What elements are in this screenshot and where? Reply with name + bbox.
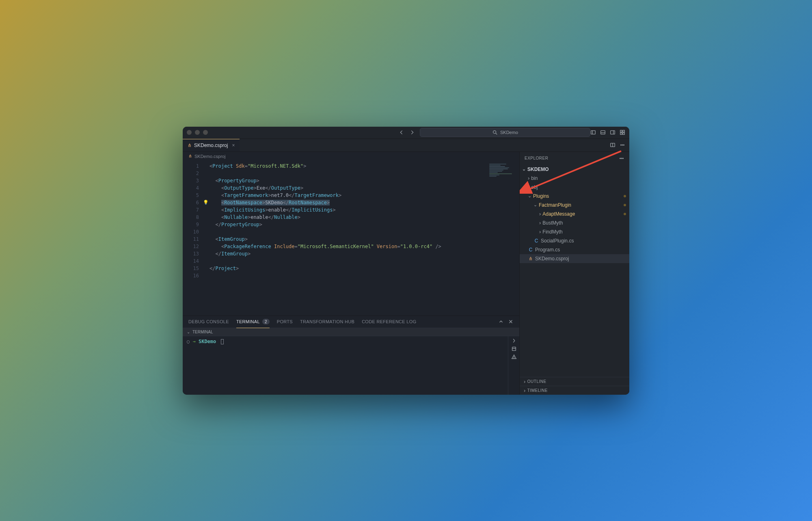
explorer-more-icon[interactable] [619,156,624,161]
command-center[interactable]: SKDemo [420,128,590,137]
tree-folder-adaptmessage[interactable]: AdaptMessage [520,210,629,218]
code-content[interactable]: <Project Sdk="Microsoft.NET.Sdk"> <Prope… [209,161,519,316]
root-label: SKDEMO [527,166,549,172]
window-controls [187,130,208,135]
timeline-section[interactable]: TIMELINE [520,386,629,395]
terminal-text[interactable]: ○ → SKDemo [183,336,508,395]
panel-tab-ports[interactable]: PORTS [277,316,293,328]
terminal-warning-icon[interactable] [511,354,517,360]
panel-close-icon[interactable] [508,319,514,324]
panel-tab-transformation-hub[interactable]: TRANSFORMATION HUB [300,316,354,328]
layout-sidebar-right-icon[interactable] [610,130,615,135]
tree-file-program-cs[interactable]: CProgram.cs [520,245,629,254]
zoom-window-button[interactable] [203,130,208,135]
svg-point-22 [623,158,624,159]
chevron-right-icon [528,184,529,190]
svg-point-19 [514,358,514,358]
svg-point-15 [624,145,624,145]
svg-point-14 [622,145,623,145]
breadcrumb[interactable]: ⋔ SKDemo.csproj [183,152,519,161]
chevron-down-icon [533,202,537,208]
tree-item-label: FindMyth [542,229,562,235]
panel-maximize-icon[interactable] [498,319,504,324]
tree-folder-bin[interactable]: bin [520,174,629,183]
line-number-gutter: 12345678910111213141516 [183,161,202,316]
close-window-button[interactable] [187,130,192,135]
nav-forward-icon[interactable] [409,130,415,135]
tree-file-skdemo-csproj[interactable]: ⋔SKDemo.csproj [520,254,629,263]
modified-dot-icon [624,195,626,197]
nav-back-icon[interactable] [399,130,404,135]
search-icon [492,130,498,135]
modified-dot-icon [624,213,626,215]
tree-folder-bustmyth[interactable]: BustMyth [520,218,629,227]
editor-area[interactable]: 12345678910111213141516 💡 <Project Sdk="… [183,161,519,316]
svg-point-13 [621,145,622,145]
svg-point-20 [620,158,621,159]
panel-tab-terminal[interactable]: TERMINAL 2 [236,316,270,328]
tree-file-socialplugin-cs[interactable]: CSocialPlugin.cs [520,236,629,245]
minimap[interactable] [489,163,518,179]
close-tab-icon[interactable]: × [232,143,235,148]
tree-folder-obj[interactable]: obj [520,183,629,192]
panel-tab-label: TERMINAL [236,319,260,324]
svg-rect-16 [512,347,516,350]
file-tree: binobjPluginsFactmanPluginAdaptMessageBu… [520,174,629,377]
tree-item-label: obj [531,184,538,190]
lightbulb-icon[interactable]: 💡 [203,199,209,206]
rss-file-icon: ⋔ [528,256,533,262]
more-actions-icon[interactable] [620,142,625,148]
rss-file-icon: ⋔ [188,153,192,159]
editor-column: ⋔ SKDemo.csproj 12345678910111213141516 … [183,152,520,395]
outline-section[interactable]: OUTLINE [520,377,629,386]
vscode-window: SKDemo ⋔ SKDemo.csproj × ⋔ SKDemo.csproj [183,127,629,395]
minimize-window-button[interactable] [195,130,200,135]
tree-folder-plugins[interactable]: Plugins [520,192,629,201]
csharp-file-icon: C [533,238,539,244]
terminal-scroll-icon[interactable] [511,338,517,344]
nav-arrows [399,130,415,135]
explorer-sidebar: EXPLORER SKDEMO binobjPluginsFactmanPlug… [520,152,629,395]
csharp-file-icon: C [528,247,533,253]
editor-tabstrip: ⋔ SKDemo.csproj × [183,139,629,152]
glyph-margin: 💡 [202,161,209,316]
tree-folder-factmanplugin[interactable]: FactmanPlugin [520,201,629,210]
tree-item-label: AdaptMessage [542,211,575,217]
titlebar: SKDemo [183,127,629,139]
chevron-right-icon [524,378,526,385]
chevron-down-icon [522,166,526,172]
chevron-right-icon [524,387,526,393]
split-editor-icon[interactable] [610,142,615,148]
tree-item-label: SKDemo.csproj [535,256,569,262]
bottom-panel: DEBUG CONSOLE TERMINAL 2 PORTS TRANSFORM… [183,316,519,395]
panel-tabstrip: DEBUG CONSOLE TERMINAL 2 PORTS TRANSFORM… [183,316,519,328]
timeline-label: TIMELINE [527,388,548,393]
layout-panel-icon[interactable] [600,130,606,135]
terminal-group-header[interactable]: ⌄ TERMINAL [183,328,519,336]
svg-rect-8 [623,130,624,132]
svg-rect-1 [591,131,596,134]
search-placeholder: SKDemo [500,130,518,135]
breadcrumb-file: SKDemo.csproj [194,154,225,159]
chevron-down-icon: ⌄ [187,330,190,334]
layout-customize-icon[interactable] [620,130,625,135]
modified-dot-icon [624,204,626,206]
tab-label: SKDemo.csproj [194,143,228,148]
editor-tab-skdemo-csproj[interactable]: ⋔ SKDemo.csproj × [183,139,240,151]
svg-rect-5 [611,131,615,134]
chevron-right-icon [539,211,541,217]
svg-point-21 [621,158,622,159]
tree-folder-findmyth[interactable]: FindMyth [520,227,629,236]
explorer-title: EXPLORER [520,152,629,165]
terminal-count-badge: 2 [262,319,270,324]
explorer-title-label: EXPLORER [525,156,548,160]
rss-file-icon: ⋔ [188,143,192,148]
layout-sidebar-left-icon[interactable] [590,130,596,135]
terminal-body: ○ → SKDemo [183,336,519,395]
panel-tab-debug-console[interactable]: DEBUG CONSOLE [188,316,229,328]
terminal-group-label: TERMINAL [192,330,213,334]
explorer-root[interactable]: SKDEMO [520,165,629,174]
workbench-body: ⋔ SKDemo.csproj 12345678910111213141516 … [183,152,629,395]
panel-tab-code-reference-log[interactable]: CODE REFERENCE LOG [362,316,416,328]
terminal-list-icon[interactable] [511,346,517,352]
